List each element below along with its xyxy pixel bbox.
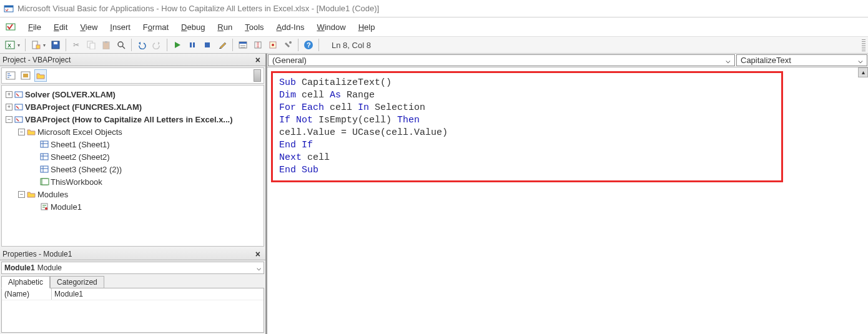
svg-rect-32 (15, 92, 22, 97)
svg-rect-31 (23, 74, 28, 77)
code-editor[interactable]: ▴ Sub CapitalizeText() Dim cell As Range… (267, 67, 868, 334)
tree-node-modules[interactable]: − Modules (3, 188, 262, 200)
svg-rect-38 (41, 154, 48, 160)
copy-icon[interactable] (84, 37, 99, 52)
menu-tools[interactable]: Tools (239, 20, 269, 34)
menu-window[interactable]: Window (311, 20, 351, 34)
excel-dropdown[interactable]: ▾ (17, 42, 22, 48)
tree-node-excel-objects[interactable]: − Microsoft Excel Objects (3, 125, 262, 138)
svg-line-14 (122, 46, 125, 49)
svg-rect-16 (193, 42, 195, 47)
menu-bar: File Edit View Insert Format Debug Run T… (0, 17, 868, 36)
properties-icon[interactable] (250, 37, 265, 52)
expand-icon[interactable]: + (6, 104, 12, 111)
break-icon[interactable] (185, 37, 200, 52)
chevron-down-icon[interactable]: ⌵ (257, 263, 261, 272)
view-excel-icon[interactable]: X (2, 37, 17, 52)
insert-dropdown[interactable]: ▾ (43, 42, 48, 48)
collapse-icon[interactable]: − (18, 129, 25, 135)
code-header: (General) ⌵ CapitalizeText ⌵ (267, 54, 868, 67)
properties-close-icon[interactable]: × (253, 249, 263, 259)
standard-toolbar: X ▾ ▾ ✂ ? Ln 8, Col 8 (0, 36, 868, 54)
tree-node-funcres[interactable]: + VBAProject (FUNCRES.XLAM) (3, 101, 262, 113)
chevron-down-icon[interactable]: ⌵ (858, 56, 863, 65)
window-title: Microsoft Visual Basic for Applications … (17, 4, 379, 13)
project-close-icon[interactable]: × (253, 55, 263, 65)
worksheet-icon (39, 165, 49, 174)
svg-point-47 (45, 207, 47, 210)
insert-module-icon[interactable] (28, 37, 43, 52)
design-mode-icon[interactable] (215, 37, 230, 52)
help-icon[interactable]: ? (301, 37, 316, 52)
folder-icon (26, 127, 36, 136)
menu-debug[interactable]: Debug (175, 20, 210, 34)
tab-alphabetic[interactable]: Alphabetic (1, 276, 50, 288)
reset-icon[interactable] (200, 37, 215, 52)
property-name-label: (Name) (2, 288, 52, 300)
view-object-icon[interactable] (19, 69, 32, 82)
menu-addins[interactable]: Add-Ins (271, 20, 310, 34)
properties-tabstrip: Alphabetic Categorized (1, 275, 264, 288)
project-toolbar-grip[interactable] (254, 69, 261, 82)
menu-edit[interactable]: Edit (48, 20, 73, 34)
cursor-position: Ln 8, Col 8 (327, 41, 862, 50)
collapse-icon[interactable]: − (18, 191, 25, 198)
run-icon[interactable] (170, 37, 185, 52)
menu-insert[interactable]: Insert (104, 20, 136, 34)
view-code-icon[interactable] (4, 69, 17, 82)
tab-categorized[interactable]: Categorized (50, 276, 104, 288)
worksheet-icon (39, 140, 49, 149)
svg-rect-20 (239, 42, 247, 44)
svg-rect-18 (219, 48, 221, 49)
cut-icon[interactable]: ✂ (69, 37, 84, 52)
menu-view[interactable]: View (74, 20, 103, 34)
svg-rect-33 (15, 104, 22, 110)
menu-run[interactable]: Run (212, 20, 238, 34)
object-selector[interactable]: Module1 Module ⌵ (1, 262, 264, 274)
find-icon[interactable] (114, 37, 129, 52)
tree-node-solver[interactable]: + Solver (SOLVER.XLAM) (3, 88, 262, 101)
save-icon[interactable] (48, 37, 63, 52)
tree-node-thisworkbook[interactable]: ThisWorkbook (3, 175, 262, 188)
menu-format[interactable]: Format (137, 20, 174, 34)
toggle-folders-icon[interactable] (34, 69, 47, 82)
tree-node-module1[interactable]: Module1 (3, 200, 262, 213)
property-name-value[interactable]: Module1 (52, 288, 86, 300)
svg-rect-12 (105, 41, 107, 43)
undo-icon[interactable] (134, 37, 149, 52)
tree-node-sheet2[interactable]: Sheet2 (Sheet2) (3, 150, 262, 163)
vba-project-icon (14, 102, 24, 111)
properties-panel-header: Properties - Module1 × (0, 248, 265, 260)
menu-help[interactable]: Help (353, 20, 381, 34)
vba-menu-icon (5, 21, 16, 32)
code-highlight-box: Sub CapitalizeText() Dim cell As Range F… (271, 71, 783, 182)
chevron-down-icon[interactable]: ⌵ (726, 56, 731, 65)
svg-rect-15 (190, 42, 192, 47)
tree-node-sheet3[interactable]: Sheet3 (Sheet2 (2)) (3, 163, 262, 175)
tree-node-sheet1[interactable]: Sheet1 (Sheet1) (3, 138, 262, 150)
expand-icon[interactable]: + (6, 91, 12, 98)
redo-icon[interactable] (149, 37, 164, 52)
property-row-name[interactable]: (Name) Module1 (2, 288, 264, 300)
toolbox-icon[interactable] (280, 37, 295, 52)
code-text[interactable]: Sub CapitalizeText() Dim cell As Range F… (279, 77, 775, 177)
collapse-icon[interactable]: − (6, 116, 12, 123)
object-browser-icon[interactable] (265, 37, 280, 52)
toolbar-grip[interactable] (862, 39, 866, 51)
svg-rect-1 (4, 6, 13, 7)
project-explorer-icon[interactable] (235, 37, 250, 52)
procedure-dropdown[interactable]: CapitalizeText ⌵ (736, 54, 867, 66)
menu-file[interactable]: File (22, 20, 47, 34)
svg-rect-10 (90, 43, 95, 49)
paste-icon[interactable] (99, 37, 114, 52)
vba-app-icon (4, 4, 14, 14)
project-toolbar (1, 67, 264, 84)
object-dropdown[interactable]: (General) ⌵ (268, 54, 735, 66)
properties-grid[interactable]: (Name) Module1 (1, 288, 264, 333)
scroll-up-icon[interactable]: ▴ (858, 67, 868, 77)
tree-node-main-project[interactable]: − VBAProject (How to Capitalize All Lett… (3, 113, 262, 125)
svg-rect-34 (15, 117, 22, 122)
project-tree[interactable]: + Solver (SOLVER.XLAM) + VBAProject (FUN… (1, 85, 264, 247)
svg-point-13 (118, 42, 123, 47)
svg-text:X: X (7, 42, 11, 49)
